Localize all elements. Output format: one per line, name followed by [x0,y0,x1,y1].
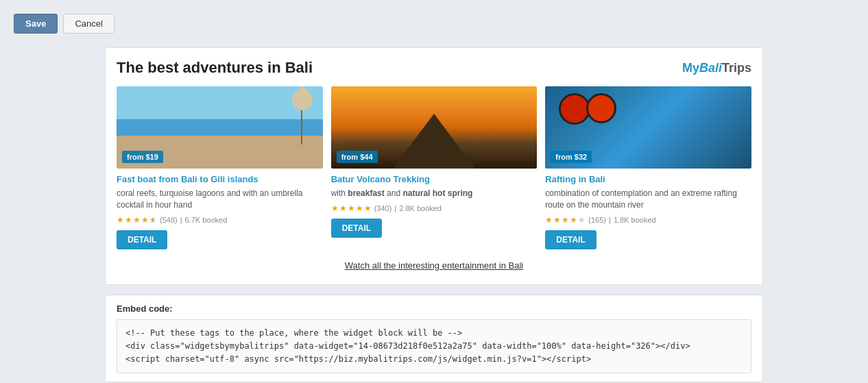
card-rafting-image: from $32 [545,86,751,169]
card-volcano-stars-row: ★ ★ ★ ★ ★ (340) | 2.8K booked [331,203,538,213]
widget-header: The best adventures in Bali MyBaliTrips [117,59,751,77]
card-volcano-booked: 2.8K booked [399,204,442,212]
embed-line-3: <script charset="utf-8" async src="https… [125,353,743,366]
card-rafting-price: from $32 [551,151,592,163]
embed-section: Embed code: <!-- Put these tags to the p… [105,295,763,383]
brand-my: My [682,61,699,75]
star-v-5: ★ [364,203,372,213]
card-beach-stars: ★ ★ ★ ★ ★★ [117,215,157,225]
star-2: ★ [125,215,132,225]
card-rafting-stars-row: ★ ★ ★ ★ ★ (165) | 1.8K booked [545,215,751,225]
card-volcano-image: from $44 [331,86,538,169]
widget-title: The best adventures in Bali [117,59,313,77]
card-rafting-detail-button[interactable]: DETAIL [545,230,596,249]
desc-highlight-hotspring: natural hot spring [402,188,472,198]
card-volcano-rating-count: (340) [374,204,392,212]
card-beach-separator: | [180,216,182,224]
star-3: ★ [133,215,141,225]
star-1: ★ [117,215,124,225]
card-rafting-rating-count: (165) [588,216,606,224]
brand-trips: Trips [722,61,751,75]
star-r-4: ★ [570,215,577,225]
card-beach: from $19 Fast boat from Bali to Gili isl… [117,86,323,249]
brand-logo: MyBaliTrips [682,61,751,75]
card-beach-desc: coral reefs, turquoise lagoons and with … [117,188,323,211]
embed-code-box: <!-- Put these tags to the place, where … [117,319,751,374]
card-rafting-separator: | [609,216,611,224]
embed-label: Embed code: [117,304,751,314]
widget-preview: The best adventures in Bali MyBaliTrips … [105,47,763,285]
card-volcano: from $44 Batur Volcano Trekking with bre… [331,86,538,249]
card-beach-booked: 6.7K booked [185,216,228,224]
watch-all-link[interactable]: Watch all the interesting entertainment … [345,260,523,271]
watch-link-row: Watch all the interesting entertainment … [117,260,751,271]
embed-line-2: <div class="widgetsbymybalitrips" data-w… [125,340,743,353]
star-r-5: ★ [578,215,586,225]
star-v-4: ★ [356,203,363,213]
star-r-1: ★ [545,215,553,225]
star-r-2: ★ [553,215,561,225]
card-beach-image: from $19 [117,86,323,169]
card-volcano-stars: ★ ★ ★ ★ ★ [331,203,372,213]
star-5: ★★ [149,215,157,225]
card-beach-title[interactable]: Fast boat from Bali to Gili islands [117,174,323,184]
embed-line-1: <!-- Put these tags to the place, where … [125,327,743,340]
card-rafting-booked: 1.8K booked [614,216,656,224]
cards-row: from $19 Fast boat from Bali to Gili isl… [117,86,751,249]
card-beach-stars-row: ★ ★ ★ ★ ★★ (548) | 6.7K booked [117,215,323,225]
card-volcano-price: from $44 [337,151,378,163]
cancel-button[interactable]: Cancel [63,14,114,34]
card-volcano-title[interactable]: Batur Volcano Trekking [331,174,538,184]
brand-bali: Bali [699,61,722,75]
card-volcano-desc: with breakfast and natural hot spring [331,188,538,199]
card-beach-detail-button[interactable]: DETAIL [117,230,167,249]
star-v-2: ★ [339,203,347,213]
card-beach-price: from $19 [122,151,163,163]
card-volcano-separator: | [394,204,396,212]
card-rafting-desc: combination of contemplation and an extr… [545,188,751,211]
card-rafting: from $32 Rafting in Bali combination of … [545,86,751,249]
card-rafting-stars: ★ ★ ★ ★ ★ [545,215,586,225]
save-button[interactable]: Save [14,14,58,34]
star-4: ★ [141,215,149,225]
toolbar: Save Cancel [14,14,854,34]
star-v-1: ★ [331,203,339,213]
card-rafting-title[interactable]: Rafting in Bali [545,174,751,184]
desc-highlight-breakfast: breakfast [348,188,384,198]
star-v-3: ★ [348,203,355,213]
star-r-3: ★ [562,215,569,225]
card-volcano-detail-button[interactable]: DETAIL [331,219,382,238]
card-beach-rating-count: (548) [160,216,178,224]
